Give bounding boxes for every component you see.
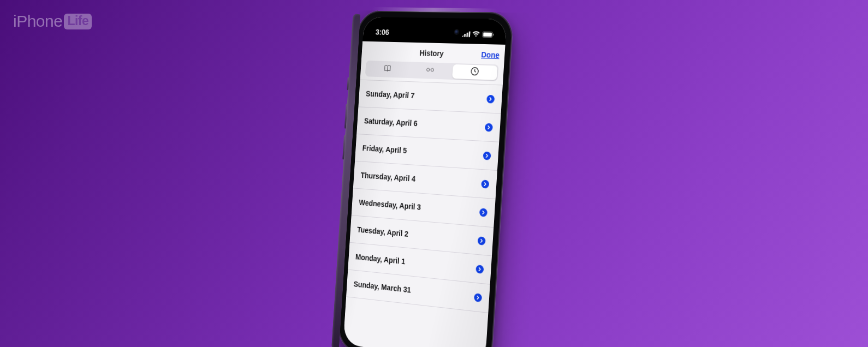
history-row-label: Sunday, March 31 [353,279,411,294]
cellular-signal-icon [462,31,471,37]
iphone-device: 3:06 [337,10,514,347]
svg-rect-1 [464,33,466,37]
dynamic-island [412,23,464,40]
history-row-label: Sunday, April 7 [366,89,415,100]
chevron-right-icon [474,293,482,302]
history-header: History Done [360,41,506,86]
clock-icon [470,66,479,78]
chevron-right-icon [479,208,487,217]
chevron-right-icon [481,180,489,188]
battery-icon [482,31,495,38]
history-row[interactable]: Sunday, March 31 [346,270,490,313]
history-row-label: Saturday, April 6 [364,116,418,128]
history-row-label: Friday, April 5 [362,143,407,155]
done-button[interactable]: Done [481,50,500,59]
tab-bookmarks[interactable] [366,62,409,77]
history-row-label: Tuesday, April 2 [357,225,409,238]
watermark-brand: iPhone [13,12,62,31]
tab-history[interactable] [452,64,498,80]
svg-rect-2 [466,32,468,37]
tab-reading-list[interactable] [408,63,453,79]
svg-point-9 [471,67,479,75]
wifi-icon [472,31,480,37]
front-camera-icon [455,30,459,34]
chevron-right-icon [475,265,484,274]
mute-switch [347,77,349,90]
chevron-right-icon [483,151,491,160]
page-title: History [366,47,500,60]
history-list: Sunday, April 7 Saturday, April 6 Friday… [346,80,503,313]
history-row-label: Monday, April 1 [355,253,406,266]
svg-rect-6 [493,33,494,35]
volume-down-button [342,135,346,159]
svg-point-7 [427,68,430,71]
volume-up-button [344,104,348,128]
book-icon [383,63,392,75]
status-time: 3:06 [376,28,390,37]
history-row-label: Thursday, April 4 [360,171,415,183]
svg-rect-5 [483,32,492,37]
svg-rect-4 [483,32,493,38]
svg-rect-3 [468,31,470,37]
phone-front-frame: 3:06 [337,10,514,347]
watermark-sub: Life [64,14,92,29]
svg-rect-0 [462,35,463,37]
chevron-right-icon [486,94,495,103]
svg-point-8 [431,68,434,71]
phone-screen: 3:06 [343,17,507,347]
chevron-right-icon [478,236,486,246]
iphonelife-watermark: iPhone Life [13,12,92,31]
chevron-right-icon [485,123,493,131]
tabs-segmented-control[interactable] [365,61,499,81]
glasses-icon [426,65,435,76]
history-row-label: Wednesday, April 3 [359,198,421,212]
